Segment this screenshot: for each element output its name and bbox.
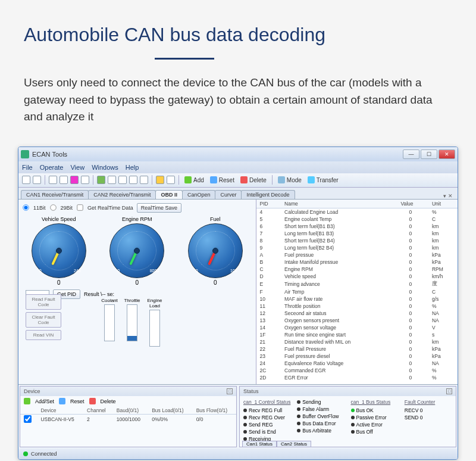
reset-icon — [59, 398, 65, 404]
status-panel-pin-icon[interactable]: □ — [446, 388, 452, 394]
tb-stop-icon[interactable] — [108, 176, 116, 184]
device-reset-button[interactable]: Reset — [70, 398, 84, 404]
tb-grid-icon[interactable] — [81, 176, 89, 184]
status-item: Sending — [297, 398, 345, 406]
window-title: ECAN Tools — [32, 151, 67, 158]
pid-row[interactable]: 1FRun time since engine start0s — [256, 331, 458, 338]
tb-add-button[interactable]: Add — [183, 176, 206, 183]
device-row[interactable]: USBCAN-II-V521000/10000%/0%0/0 — [20, 414, 236, 425]
menu-windows[interactable]: Windows — [92, 164, 118, 171]
radio-29bit[interactable] — [50, 204, 56, 210]
pid-row[interactable]: BIntake Manifold pressue0kPa — [256, 258, 458, 266]
tb-open-icon[interactable] — [33, 176, 41, 184]
pid-row[interactable]: 13Oxygen sensors present0NA — [256, 317, 458, 324]
pid-row[interactable]: 10MAF air flow rate0g/s — [256, 295, 458, 303]
tb-save-icon[interactable] — [49, 176, 57, 184]
tb-print-icon[interactable] — [60, 176, 68, 184]
pid-row[interactable]: 9Long term fuel(B2 B4)0km — [256, 244, 458, 251]
tb-flag-icon[interactable] — [156, 176, 164, 184]
pid-result-label: Result \-- se: — [84, 291, 114, 297]
tb-new-icon[interactable] — [22, 176, 30, 184]
reset-icon — [210, 176, 217, 183]
delete-icon — [89, 398, 96, 404]
tb-record-icon[interactable] — [70, 176, 79, 184]
pid-row[interactable]: 12Seceond air status0NA — [256, 310, 458, 317]
gauge-fuel-value: 0 — [178, 279, 252, 286]
pid-row[interactable]: AFuel pressue0kPa — [256, 251, 458, 258]
tab-obd[interactable]: OBD II — [155, 190, 183, 199]
tab-can2[interactable]: CAN2 Receive/Transmit — [88, 190, 156, 199]
tb-copy-icon[interactable] — [129, 176, 137, 184]
tb-delete-button[interactable]: Delete — [239, 176, 268, 183]
bar-coolant — [104, 304, 115, 341]
gauge-speed: 0240 — [32, 223, 86, 278]
read-fault-button[interactable]: Read Fault Code — [26, 294, 61, 310]
delete-icon — [240, 176, 248, 183]
page-title: Automobile CAN bus data decoding — [24, 24, 452, 46]
menu-view[interactable]: View — [70, 164, 84, 171]
tb-cut-icon[interactable] — [118, 176, 127, 184]
tb-transfer-button[interactable]: Transfer — [306, 176, 340, 183]
pid-row[interactable]: 4Calculated Engine Load0% — [256, 208, 458, 216]
tab-intel[interactable]: Intelligent Decode — [241, 190, 295, 199]
pid-row[interactable]: FAir Temp0C — [256, 288, 458, 295]
tab-can1[interactable]: CAN1 Receive/Transmit — [21, 190, 89, 199]
pid-row[interactable]: 2DEGR Error0% — [256, 374, 458, 381]
tb-find-icon[interactable] — [140, 176, 148, 184]
status-item: Recv REG Full — [243, 407, 291, 414]
pid-row[interactable]: CEngine RPM0RPM — [256, 266, 458, 273]
status-item: False Alarm — [297, 406, 345, 413]
transfer-icon — [308, 176, 315, 183]
close-button[interactable]: ✕ — [439, 149, 455, 159]
pid-row[interactable]: 22Fuel Rail Pressure0kPa — [256, 345, 458, 353]
device-panel-pin-icon[interactable]: □ — [227, 388, 233, 394]
pid-row[interactable]: ETiming advance0度 — [256, 280, 458, 288]
status-panel: Status□ can_1 Control StatusRecv REG Ful… — [239, 386, 456, 447]
menu-file[interactable]: File — [22, 164, 33, 171]
pid-row[interactable]: 2CCommanded EGR0% — [256, 367, 458, 374]
bar-throttle — [127, 304, 137, 341]
tb-play-icon[interactable] — [97, 176, 105, 184]
pid-row[interactable]: 7Long term fuel(B1 B3)0km — [256, 230, 458, 237]
connection-dot-icon — [23, 451, 28, 456]
pid-row[interactable]: 8Short term fuel(B2 B4)0km — [256, 237, 458, 244]
tb-reset-button[interactable]: Reset — [208, 176, 236, 183]
gauge-fuel: 0100 — [188, 223, 243, 278]
tabs-menu-icon[interactable]: ▾ ✕ — [443, 193, 455, 199]
gauge-rpm-value: 0 — [101, 279, 174, 286]
tb-mode-button[interactable]: Mode — [276, 176, 303, 183]
device-delete-button[interactable]: Delete — [101, 398, 116, 404]
status-item: Bus Data Error — [297, 420, 345, 427]
minimize-button[interactable]: — — [403, 149, 419, 159]
pid-row[interactable]: 11Throttle position0% — [256, 303, 458, 310]
connection-status: Connected — [31, 451, 57, 457]
realtime-save-button[interactable]: RealTime Save — [137, 203, 181, 213]
menu-help[interactable]: Help — [126, 164, 139, 171]
maximize-button[interactable]: ☐ — [421, 149, 437, 159]
status-item: Bus Arbitrate — [297, 427, 345, 434]
check-realtime[interactable] — [77, 204, 83, 210]
pid-row[interactable]: 14Oxygen sensor voltage0V — [256, 324, 458, 331]
pid-row[interactable]: 6Short term fuel(B1 B3)0km — [256, 223, 458, 230]
tb-arrow-icon[interactable] — [167, 176, 175, 184]
device-add-button[interactable]: Add/Set — [35, 398, 54, 404]
pid-row[interactable]: 21Distance traveled with MIL on0km — [256, 338, 458, 345]
pid-row[interactable]: DVehicle speed0km/h — [256, 273, 458, 280]
tab-canopen[interactable]: CanOpen — [182, 190, 216, 199]
clear-fault-button[interactable]: Clear Fault Code — [26, 312, 61, 328]
gauge-rpm-label: Engine RPM — [101, 216, 174, 222]
pid-row[interactable]: 24Equivalence Ratio Voltage0NA — [256, 360, 458, 367]
device-panel-title: Device — [24, 388, 40, 394]
tab-curver[interactable]: Curver — [215, 190, 242, 199]
pid-row[interactable]: 23Fuel pressure diesel0kPa — [256, 353, 458, 360]
read-vin-button[interactable]: Read VIN — [26, 330, 61, 340]
status-item: Send REG — [243, 421, 291, 428]
status-item: Recv REG Over — [243, 414, 291, 421]
status-tab-can1[interactable]: Can1 Status — [242, 441, 277, 447]
radio-11bit[interactable] — [23, 204, 29, 210]
menu-operate[interactable]: Operate — [40, 164, 64, 171]
status-tab-can2[interactable]: Can2 Status — [277, 441, 311, 447]
pid-row[interactable]: 5Engine coolant Temp0C — [256, 216, 458, 223]
device-check[interactable] — [24, 415, 32, 423]
gauge-fuel-label: Fuel — [178, 216, 252, 222]
